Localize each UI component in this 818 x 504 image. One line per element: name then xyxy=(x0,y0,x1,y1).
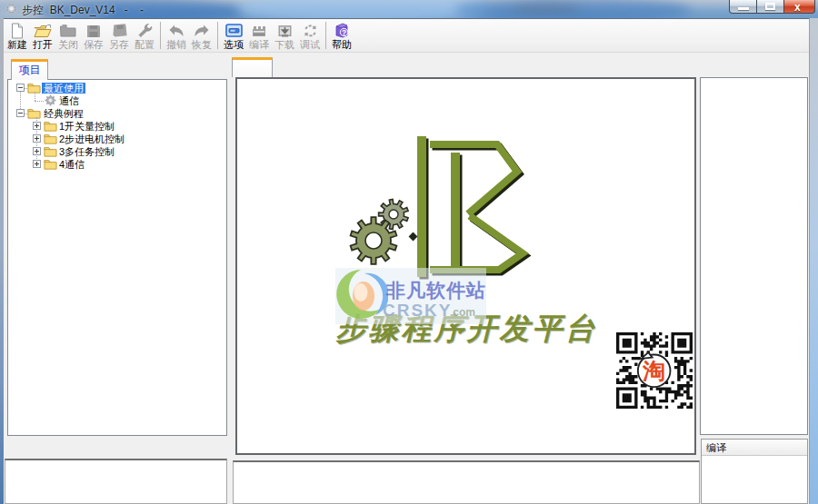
folder-icon xyxy=(44,145,57,157)
maximize-button[interactable] xyxy=(757,0,784,14)
maximize-icon xyxy=(765,3,775,10)
toolbar-new-button[interactable]: 新建 xyxy=(5,20,30,52)
collapse-expander-icon[interactable] xyxy=(16,84,25,92)
app-gear-icon xyxy=(5,3,17,15)
toolbar-open-button[interactable]: 打开 xyxy=(30,20,55,52)
tree-connector xyxy=(35,92,35,101)
tree-row: 经典例程 xyxy=(8,107,226,120)
tree-item-examples[interactable]: 经典例程 xyxy=(42,108,85,119)
right-side-panel xyxy=(700,77,808,435)
expand-expander-icon[interactable] xyxy=(33,147,41,155)
compile-output-panel: 编译 xyxy=(701,439,808,504)
titlebar-glass-smudge xyxy=(509,4,582,15)
watermark-domain: CRSKY xyxy=(383,301,453,321)
tree-row: 最近使用 xyxy=(8,82,226,94)
expand-expander-icon[interactable] xyxy=(33,122,41,130)
gear-icon xyxy=(45,94,56,106)
folder-icon xyxy=(44,158,57,170)
project-tree: 最近使用 通信 xyxy=(8,80,226,435)
tree-item-comm-examples[interactable]: 4通信 xyxy=(57,159,86,170)
help-icon: ? xyxy=(333,22,351,39)
tab-project[interactable]: 项目 xyxy=(11,59,48,80)
svg-text:?: ? xyxy=(342,28,346,37)
toolbar-configure-button[interactable]: 配置 xyxy=(132,20,157,52)
collapse-expander-icon[interactable] xyxy=(16,109,25,117)
crsky-logo-icon xyxy=(335,268,388,324)
expand-expander-icon[interactable] xyxy=(33,160,41,168)
window-border-left xyxy=(0,18,4,504)
tree-item-multitask[interactable]: 3多任务控制 xyxy=(57,146,116,157)
minimize-button[interactable] xyxy=(729,0,757,14)
folder-icon xyxy=(44,133,57,144)
close-icon: x xyxy=(794,1,801,14)
tree-row: 4通信 xyxy=(8,158,226,171)
save-icon xyxy=(85,22,103,39)
titlebar: 步控 BK_Dev_V14 - - x xyxy=(0,0,818,18)
folder-icon xyxy=(27,107,41,119)
open-folder-icon xyxy=(34,22,52,39)
configure-icon xyxy=(135,22,154,39)
titlebar-glass-smudge xyxy=(236,0,491,18)
tree-item-recent[interactable]: 最近使用 xyxy=(42,83,85,94)
folder-icon xyxy=(44,120,57,132)
new-file-icon xyxy=(8,22,26,39)
caption-buttons: x xyxy=(729,0,815,14)
toolbar-separator xyxy=(325,22,326,49)
tree-row: 1开关量控制 xyxy=(8,120,226,133)
toolbar-save-as-button[interactable]: 另存 xyxy=(106,20,132,52)
window-title: 步控 BK_Dev_V14 - - xyxy=(22,3,144,18)
close-project-icon xyxy=(59,22,77,39)
toolbar-help-button[interactable]: ? 帮助 xyxy=(329,20,354,52)
compile-output-header: 编译 xyxy=(702,440,807,456)
tree-item-stepper-motor[interactable]: 2步进电机控制 xyxy=(57,133,126,144)
redo-icon xyxy=(193,22,211,39)
save-as-icon xyxy=(110,22,128,39)
debug-icon xyxy=(301,22,319,39)
expand-expander-icon[interactable] xyxy=(33,134,41,143)
options-icon xyxy=(224,22,243,39)
toolbar-undo-button[interactable]: 撤销 xyxy=(164,20,189,52)
tree-row: 3多任务控制 xyxy=(8,145,226,158)
left-bottom-panel xyxy=(5,459,227,504)
tree-item-switch-control[interactable]: 1开关量控制 xyxy=(57,121,116,132)
toolbar-separator xyxy=(160,22,161,49)
toolbar-download-button[interactable]: 下载 xyxy=(272,20,297,52)
svg-text:淘: 淘 xyxy=(642,358,665,383)
center-bottom-panel xyxy=(233,460,700,504)
app-window: 步控 BK_Dev_V14 - - x 新建 xyxy=(0,0,818,504)
download-icon xyxy=(275,22,294,39)
toolbar-debug-button[interactable]: 调试 xyxy=(297,20,323,52)
toolbar-close-button[interactable]: 关闭 xyxy=(55,20,81,52)
toolbar-save-button[interactable]: 保存 xyxy=(81,20,106,52)
watermark-domain-suffix: .com xyxy=(450,306,475,319)
project-tree-panel: 最近使用 通信 xyxy=(7,79,227,436)
close-button[interactable]: x xyxy=(784,0,815,14)
toolbar-redo-button[interactable]: 恢复 xyxy=(189,20,214,52)
toolbar: 新建 打开 关闭 xyxy=(4,19,809,53)
window-border-right xyxy=(809,18,818,504)
tab-document[interactable] xyxy=(232,57,273,77)
tree-connector xyxy=(35,101,44,102)
toolbar-options-button[interactable]: 选项 xyxy=(221,20,246,52)
main-document-panel: 步骤程序开发平台 非凡软件站 CRSKY .com 淘 xyxy=(235,77,696,455)
toolbar-compile-button[interactable]: 编译 xyxy=(246,20,272,52)
tree-row: 2步进电机控制 xyxy=(8,133,226,145)
taobao-qr-code: 淘 xyxy=(616,332,693,409)
taobao-badge-icon: 淘 xyxy=(638,352,671,387)
minimize-icon xyxy=(738,7,749,10)
compile-icon xyxy=(250,22,268,39)
undo-icon xyxy=(167,22,185,39)
watermark-overlay: 非凡软件站 CRSKY .com xyxy=(335,268,486,324)
toolbar-separator xyxy=(217,22,218,49)
tree-item-communication[interactable]: 通信 xyxy=(57,95,81,106)
watermark-site-name: 非凡软件站 xyxy=(386,278,486,303)
